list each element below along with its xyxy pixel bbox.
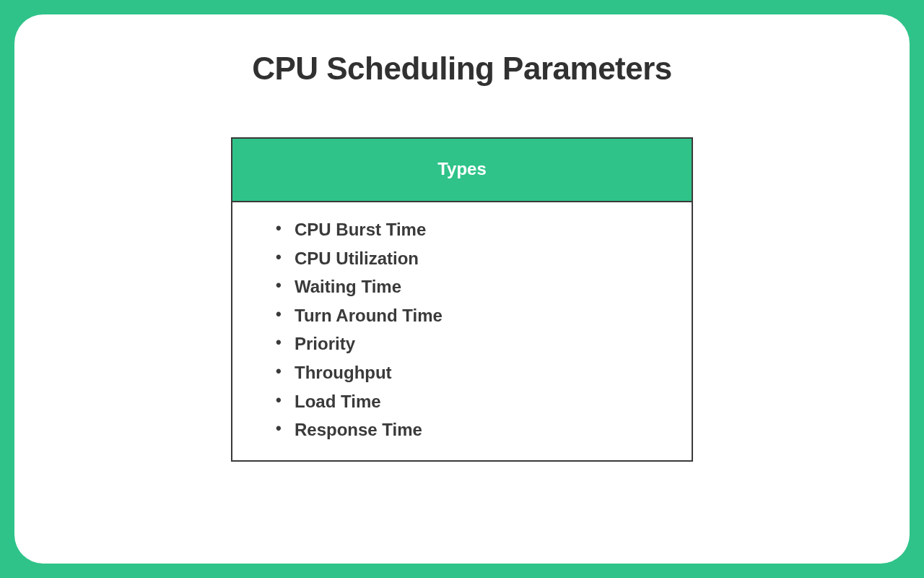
list-item: CPU Utilization — [276, 244, 648, 273]
types-table: Types CPU Burst Time CPU Utilization Wai… — [231, 137, 693, 462]
list-item: Waiting Time — [276, 272, 648, 301]
list-item: Load Time — [276, 387, 648, 416]
list-item: Throughput — [276, 358, 648, 387]
table-header: Types — [232, 139, 692, 202]
list-item: Priority — [276, 329, 648, 358]
list-item: Turn Around Time — [276, 301, 648, 330]
table-body: CPU Burst Time CPU Utilization Waiting T… — [232, 202, 692, 460]
list-item: Response Time — [276, 415, 648, 444]
page-title: CPU Scheduling Parameters — [252, 51, 672, 87]
types-list: CPU Burst Time CPU Utilization Waiting T… — [276, 215, 648, 444]
list-item: CPU Burst Time — [276, 215, 648, 244]
card-container: CPU Scheduling Parameters Types CPU Burs… — [14, 14, 910, 564]
